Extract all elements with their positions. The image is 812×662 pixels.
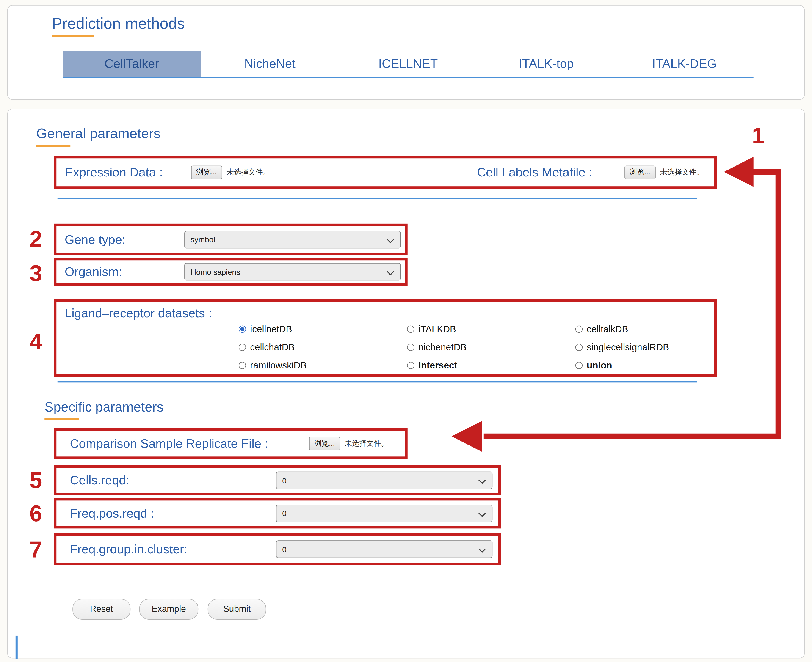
general-parameters-title: General parameters: [36, 126, 161, 142]
tab-nichenet[interactable]: NicheNet: [201, 51, 339, 77]
radio-ramilowskidb[interactable]: ramilowskiDB: [239, 358, 407, 372]
radio-label: celltalkDB: [587, 324, 628, 334]
no-file-text: 未选择文件。: [660, 168, 704, 177]
chevron-down-icon: [478, 477, 486, 484]
cell-labels-file-input[interactable]: 浏览... 未选择文件。: [624, 166, 704, 179]
radio-icellnetdb[interactable]: icellnetDB: [239, 322, 407, 336]
annotation-number-5: 5: [30, 469, 42, 492]
prediction-methods-title: Prediction methods: [52, 15, 185, 33]
comparison-file-label: Comparison Sample Replicate File :: [70, 436, 268, 451]
annotation-box-7: Freq.group.in.cluster: 0: [54, 533, 501, 565]
browse-button[interactable]: 浏览...: [309, 437, 340, 450]
cells-reqd-label: Cells.reqd:: [70, 473, 129, 488]
gene-type-label: Gene type:: [65, 232, 125, 247]
radio-icon: [576, 344, 583, 351]
freq-pos-reqd-select[interactable]: 0: [276, 505, 492, 522]
ligand-receptor-label: Ligand–receptor datasets :: [65, 306, 212, 320]
radio-label: nichenetDB: [418, 342, 466, 353]
annotation-box-1: Expression Data : 浏览... 未选择文件。 Cell Labe…: [54, 156, 717, 189]
specific-parameters-title: Specific parameters: [45, 399, 164, 415]
prediction-methods-card: Prediction methods CellTalker NicheNet I…: [7, 5, 805, 100]
radio-label: ramilowskiDB: [250, 360, 307, 371]
gene-type-select[interactable]: symbol: [184, 231, 401, 248]
submit-button[interactable]: Submit: [208, 599, 266, 620]
chevron-down-icon: [478, 509, 486, 517]
annotation-box-4: Ligand–receptor datasets : icellnetDB iT…: [54, 299, 717, 377]
annotation-number-2: 2: [30, 228, 42, 251]
radio-label: intersect: [418, 360, 457, 371]
radio-icon: [239, 344, 246, 351]
decorative-blue-bar: [16, 636, 18, 659]
organism-label: Organism:: [65, 264, 122, 279]
annotation-number-4: 4: [30, 330, 42, 353]
freq-group-in-cluster-select[interactable]: 0: [276, 540, 492, 558]
no-file-text: 未选择文件。: [345, 439, 388, 448]
radio-cellchatdb[interactable]: cellchatDB: [239, 341, 407, 354]
example-button[interactable]: Example: [139, 599, 199, 620]
chevron-down-icon: [478, 546, 486, 553]
tab-italk-deg[interactable]: ITALK-DEG: [615, 51, 754, 77]
annotation-box-6: Freq.pos.reqd : 0: [54, 498, 501, 529]
page: Prediction methods CellTalker NicheNet I…: [0, 0, 812, 662]
cell-labels-metafile-label: Cell Labels Metafile :: [477, 165, 592, 180]
expression-data-label: Expression Data :: [65, 165, 163, 180]
freq-pos-reqd-label: Freq.pos.reqd :: [70, 506, 154, 521]
general-accent-bar: [36, 145, 71, 147]
chevron-down-icon: [387, 268, 394, 275]
comparison-file-input[interactable]: 浏览... 未选择文件。: [309, 437, 388, 450]
freq-group-in-cluster-label: Freq.group.in.cluster:: [70, 542, 187, 556]
divider: [58, 198, 697, 199]
organism-select[interactable]: Homo sapiens: [184, 263, 401, 281]
reset-button[interactable]: Reset: [72, 599, 130, 620]
cells-reqd-select[interactable]: 0: [276, 472, 492, 489]
browse-button[interactable]: 浏览...: [191, 166, 222, 179]
freq-group-in-cluster-value: 0: [282, 545, 286, 553]
browse-button[interactable]: 浏览...: [624, 166, 655, 179]
specific-accent-bar: [45, 418, 79, 420]
radio-icon: [576, 362, 583, 369]
title-accent-bar: [52, 35, 94, 37]
cells-reqd-value: 0: [282, 476, 286, 485]
annotation-number-1: 1: [752, 124, 765, 147]
tab-italk-top[interactable]: ITALK-top: [477, 51, 615, 77]
annotation-number-3: 3: [30, 262, 42, 284]
ligand-receptor-options: icellnetDB iTALKDB celltalkDB cellchatDB…: [239, 322, 743, 372]
radio-singlecellsignalrdb[interactable]: singlecellsignalRDB: [576, 341, 744, 354]
radio-italkdb[interactable]: iTALKDB: [407, 322, 575, 336]
tab-celltalker[interactable]: CellTalker: [63, 51, 201, 77]
annotation-box-5: Cells.reqd: 0: [54, 465, 501, 495]
radio-icon: [576, 326, 583, 333]
freq-pos-reqd-value: 0: [282, 509, 286, 517]
annotation-box-2: Gene type: symbol: [54, 223, 408, 255]
radio-label: iTALKDB: [418, 324, 456, 334]
annotation-box-comparison: Comparison Sample Replicate File : 浏览...…: [54, 428, 408, 459]
chevron-down-icon: [387, 236, 394, 243]
parameters-card: General parameters Expression Data : 浏览.…: [7, 109, 805, 658]
divider: [58, 381, 697, 383]
radio-label: icellnetDB: [250, 324, 292, 334]
radio-label: singlecellsignalRDB: [587, 342, 669, 353]
annotation-number-6: 6: [30, 502, 42, 525]
tab-icellnet[interactable]: ICELLNET: [339, 51, 477, 77]
radio-label: cellchatDB: [250, 342, 294, 353]
radio-icon: [239, 362, 246, 369]
gene-type-value: symbol: [190, 235, 215, 244]
radio-label: union: [587, 360, 612, 371]
expression-data-file-input[interactable]: 浏览... 未选择文件。: [191, 166, 270, 179]
annotation-number-7: 7: [30, 538, 42, 561]
radio-nichenetdb[interactable]: nichenetDB: [407, 341, 575, 354]
radio-celltalkdb[interactable]: celltalkDB: [576, 322, 744, 336]
radio-icon: [407, 326, 414, 333]
method-tabs: CellTalker NicheNet ICELLNET ITALK-top I…: [63, 51, 753, 78]
organism-value: Homo sapiens: [190, 267, 240, 276]
radio-icon: [407, 362, 414, 369]
radio-icon: [407, 344, 414, 351]
radio-intersect[interactable]: intersect: [407, 358, 575, 372]
no-file-text: 未选择文件。: [227, 168, 270, 177]
annotation-box-3: Organism: Homo sapiens: [54, 258, 408, 286]
radio-union[interactable]: union: [576, 358, 744, 372]
radio-checked-icon: [239, 326, 246, 333]
